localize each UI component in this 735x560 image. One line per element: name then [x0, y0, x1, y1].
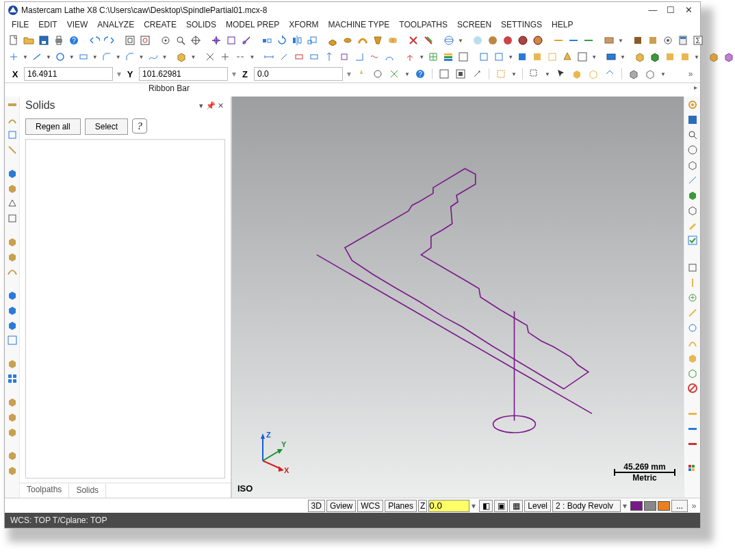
sphere-right-icon[interactable] — [687, 144, 698, 155]
r4-icon[interactable] — [687, 307, 698, 318]
left-m-icon[interactable] — [7, 305, 18, 316]
select-button[interactable]: Select — [85, 118, 128, 135]
solid-sweep-icon[interactable] — [357, 34, 369, 47]
gear-icon[interactable] — [687, 99, 698, 110]
left-o-icon[interactable] — [7, 335, 18, 346]
snap-x-icon[interactable] — [388, 68, 400, 80]
z-input[interactable] — [254, 67, 343, 81]
r1-icon[interactable] — [687, 262, 698, 273]
wcs-icon[interactable] — [404, 51, 416, 63]
config-icon[interactable] — [647, 34, 659, 47]
shade-1-icon[interactable] — [472, 34, 484, 47]
help-icon[interactable]: ? — [68, 34, 80, 47]
z-depth-input[interactable] — [428, 500, 469, 512]
menu-solids[interactable]: SOLIDS — [186, 20, 216, 29]
window-sel-icon[interactable] — [528, 68, 541, 80]
left-v-icon[interactable] — [7, 465, 18, 476]
attr-1-icon[interactable] — [552, 34, 565, 47]
grid-icon[interactable] — [427, 51, 439, 63]
tab-toolpaths[interactable]: Toolpaths — [20, 483, 69, 498]
op-5-icon[interactable] — [546, 51, 558, 63]
menu-create[interactable]: CREATE — [144, 20, 177, 29]
bot-icon-2[interactable]: ▣ — [494, 500, 508, 512]
attr-3-icon[interactable] — [582, 34, 595, 47]
gview-button[interactable]: Gview — [326, 500, 356, 512]
stop-icon[interactable] — [687, 383, 698, 394]
left-l-icon[interactable] — [7, 290, 18, 301]
zoom-right-icon[interactable] — [687, 129, 698, 140]
pointer-icon[interactable] — [554, 68, 567, 80]
zoom-target-icon[interactable] — [190, 34, 202, 47]
op-1-icon[interactable] — [478, 51, 490, 63]
r5-icon[interactable] — [687, 322, 698, 333]
chamfer-icon[interactable] — [124, 51, 136, 63]
solid-bool-icon[interactable] — [387, 34, 399, 47]
primitive-icon[interactable] — [175, 51, 188, 63]
line-icon[interactable] — [31, 51, 43, 63]
left-k-icon[interactable] — [7, 266, 18, 277]
dynamic-xform-icon[interactable] — [210, 34, 222, 47]
dim-3-icon[interactable] — [293, 51, 305, 63]
r8-icon[interactable] — [687, 368, 698, 379]
left-f-icon[interactable] — [7, 183, 18, 194]
left-g-icon[interactable] — [7, 198, 18, 209]
sel-invert-icon[interactable] — [471, 68, 483, 80]
y-input[interactable] — [139, 67, 228, 81]
mirror-icon[interactable] — [291, 34, 303, 47]
menu-machinetype[interactable]: MACHINE TYPE — [328, 20, 390, 29]
attr-2-icon[interactable] — [567, 34, 580, 47]
r9-icon[interactable] — [687, 410, 698, 421]
cube3-right-icon[interactable] — [687, 205, 698, 216]
mode-3d-button[interactable]: 3D — [308, 500, 325, 512]
machdef-icon[interactable] — [603, 34, 615, 47]
last-sel-icon[interactable] — [644, 68, 656, 80]
regen-all-button[interactable]: Regen all — [25, 118, 81, 135]
wcs-button[interactable]: WCS — [357, 500, 383, 512]
body-sel-icon[interactable] — [628, 68, 640, 80]
menu-edit[interactable]: EDIT — [38, 20, 57, 29]
shade-5-icon[interactable] — [532, 34, 544, 47]
pencil-icon[interactable] — [687, 220, 698, 231]
panel-close-icon[interactable]: ✕ — [216, 101, 225, 110]
left-d-icon[interactable] — [7, 144, 18, 155]
xform-b-icon[interactable] — [225, 34, 237, 47]
trim-1-icon[interactable] — [204, 51, 216, 63]
fillet-icon[interactable] — [101, 51, 113, 63]
tp-1-icon[interactable] — [605, 51, 617, 63]
bot-icon-3[interactable]: ▦ — [509, 500, 523, 512]
verify-icon[interactable] — [708, 51, 720, 63]
help-snap-icon[interactable]: ? — [414, 68, 426, 80]
new-file-icon[interactable] — [8, 34, 20, 47]
backplot-icon[interactable] — [723, 51, 735, 63]
solid-sel-icon[interactable] — [571, 68, 583, 80]
left-b-icon[interactable] — [7, 114, 18, 125]
menu-view[interactable]: VIEW — [67, 20, 88, 29]
run-icon[interactable] — [632, 34, 644, 47]
op-3-icon[interactable] — [516, 51, 528, 63]
repaint-icon[interactable] — [139, 34, 151, 47]
line-right-icon[interactable] — [687, 175, 698, 186]
bottom-overflow-icon[interactable]: » — [688, 501, 700, 511]
op-6-icon[interactable] — [561, 51, 573, 63]
fastpoint-icon[interactable] — [355, 68, 368, 80]
panel-dropdown-icon[interactable]: ▾ — [196, 101, 206, 110]
ribbon-chevron-icon[interactable]: ▸ — [694, 84, 697, 91]
settings-icon[interactable] — [662, 34, 674, 47]
r11-icon[interactable] — [687, 440, 698, 451]
check-icon[interactable] — [687, 235, 698, 246]
groups-icon[interactable] — [457, 51, 469, 63]
levels-icon[interactable] — [442, 51, 454, 63]
menu-settings[interactable]: SETTINGS — [501, 20, 542, 29]
trim-2-icon[interactable] — [219, 51, 231, 63]
tp-5-icon[interactable] — [679, 51, 691, 63]
swatch-grey[interactable] — [644, 501, 656, 511]
sigma-icon[interactable]: Σ — [692, 34, 704, 47]
close-button[interactable]: ✕ — [680, 5, 697, 15]
dim-6-icon[interactable] — [338, 51, 350, 63]
r10-icon[interactable] — [687, 425, 698, 436]
tp-4-icon[interactable] — [664, 51, 676, 63]
dim-4-icon[interactable] — [308, 51, 320, 63]
menu-help[interactable]: HELP — [552, 20, 573, 29]
left-s-icon[interactable] — [7, 411, 18, 422]
print-icon[interactable] — [53, 34, 65, 47]
